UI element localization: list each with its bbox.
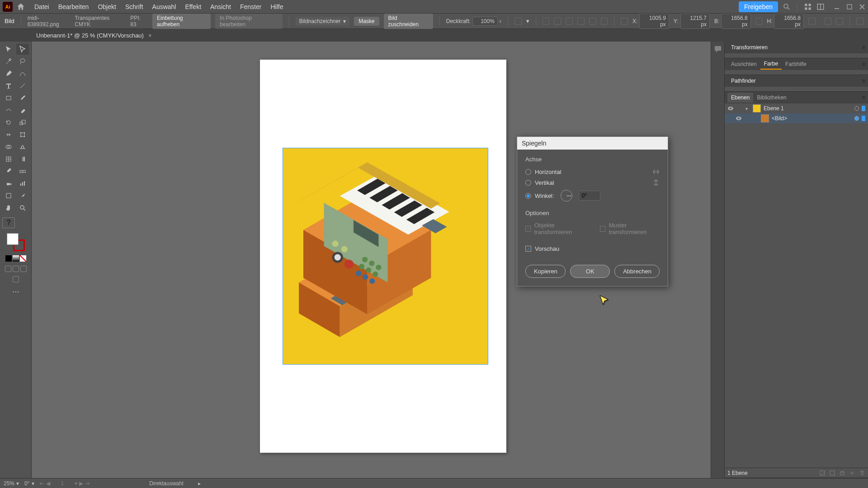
- panel-menu-icon[interactable]: ≡: [862, 94, 865, 101]
- screen-mode-full[interactable]: [13, 266, 19, 272]
- h-input[interactable]: 1656.8 px: [774, 14, 803, 29]
- align-bottom-icon[interactable]: [601, 18, 608, 25]
- placed-image[interactable]: [283, 148, 488, 365]
- w-input[interactable]: 1656.8 px: [721, 14, 750, 29]
- rectangle-tool[interactable]: [2, 93, 15, 103]
- shaper-tool[interactable]: [2, 105, 15, 116]
- paintbrush-tool[interactable]: [16, 93, 29, 103]
- workspace-grid-icon[interactable]: [804, 3, 812, 11]
- layer-name[interactable]: <Bild>: [772, 115, 787, 122]
- locate-object-icon[interactable]: [819, 470, 826, 476]
- lasso-tool[interactable]: [16, 56, 29, 67]
- panel-tab-guides[interactable]: Farbhilfe: [782, 59, 810, 69]
- search-icon[interactable]: [783, 3, 791, 11]
- hand-tool[interactable]: [2, 202, 15, 213]
- pen-tool[interactable]: [2, 68, 15, 79]
- gradient-tool[interactable]: [16, 154, 29, 164]
- edit-toolbar-icon[interactable]: ⋯: [2, 287, 29, 296]
- menu-bearbeiten[interactable]: Bearbeiten: [54, 3, 94, 10]
- new-sublayer-icon[interactable]: [839, 470, 845, 476]
- artboard-next-icon[interactable]: ▶: [79, 480, 83, 487]
- menu-effekt[interactable]: Effekt: [180, 3, 206, 10]
- panel-menu-icon[interactable]: [856, 18, 863, 25]
- artboard-first-icon[interactable]: ⇤: [40, 480, 44, 487]
- screen-mode-normal[interactable]: [5, 266, 11, 272]
- image-trace-select[interactable]: Bildnachzeichner▾: [296, 17, 349, 26]
- eyedropper-tool[interactable]: [2, 166, 15, 177]
- eraser-tool[interactable]: [16, 105, 29, 116]
- rotation-value[interactable]: 0°: [24, 480, 29, 487]
- minimize-icon[interactable]: [834, 4, 840, 10]
- menu-hilfe[interactable]: Hilfe: [266, 3, 288, 10]
- vertical-radio[interactable]: [525, 180, 531, 186]
- perspective-grid-tool[interactable]: [16, 141, 29, 152]
- artboard-prev-icon[interactable]: ◀: [46, 480, 50, 487]
- layer-row[interactable]: <Bild>: [725, 113, 868, 123]
- angle-input[interactable]: [579, 191, 600, 201]
- make-clipping-mask-icon[interactable]: [829, 470, 835, 476]
- align-vcenter-icon[interactable]: [589, 18, 596, 25]
- menu-fenster[interactable]: Fenster: [236, 3, 266, 10]
- width-tool[interactable]: [2, 129, 15, 140]
- y-input[interactable]: 1215.7 px: [680, 14, 710, 29]
- mesh-tool[interactable]: [2, 154, 15, 164]
- transform-grid-icon[interactable]: [621, 18, 628, 25]
- draw-mode-icon[interactable]: [13, 276, 19, 282]
- column-graph-tool[interactable]: [16, 178, 29, 189]
- cancel-button[interactable]: Abbrechen: [614, 265, 660, 278]
- preview-checkbox[interactable]: [525, 246, 531, 252]
- menu-auswahl[interactable]: Auswahl: [148, 3, 181, 10]
- artboard-last-icon[interactable]: ⇥: [85, 480, 90, 487]
- opacity-input[interactable]: 100%: [472, 17, 498, 26]
- shape-transform-icon[interactable]: [808, 18, 816, 25]
- new-layer-icon[interactable]: [849, 470, 855, 476]
- align-left-icon[interactable]: [542, 18, 550, 25]
- layer-name[interactable]: Ebene 1: [764, 105, 784, 112]
- ok-button[interactable]: OK: [570, 265, 610, 278]
- panel-menu-icon[interactable]: ≡: [862, 78, 865, 84]
- direct-selection-tool[interactable]: [16, 44, 29, 55]
- delete-icon[interactable]: [859, 470, 865, 476]
- target-icon[interactable]: [854, 106, 859, 111]
- share-button[interactable]: Freigeben: [739, 1, 778, 12]
- screen-mode-presentation[interactable]: [20, 266, 27, 272]
- artboard-tool[interactable]: [2, 190, 15, 201]
- horizontal-radio[interactable]: [525, 169, 531, 175]
- tab-close-icon[interactable]: ×: [148, 32, 152, 39]
- shape-builder-tool[interactable]: [2, 141, 15, 152]
- panel-tab-layers[interactable]: Ebenen: [727, 93, 753, 103]
- x-input[interactable]: 1005.9 px: [639, 14, 669, 29]
- setup-icon[interactable]: [825, 18, 832, 25]
- angle-dial[interactable]: [561, 190, 572, 202]
- panel-tab-transform[interactable]: Transformieren: [727, 42, 771, 52]
- canvas[interactable]: Spiegeln Achse Horizontal Vertikal: [32, 42, 711, 478]
- menu-datei[interactable]: Datei: [30, 3, 54, 10]
- selection-tool[interactable]: [2, 44, 15, 55]
- copy-button[interactable]: Kopieren: [525, 265, 566, 278]
- panel-menu-icon[interactable]: ≡: [862, 44, 865, 51]
- curvature-tool[interactable]: [16, 68, 29, 79]
- blend-tool[interactable]: [16, 166, 29, 177]
- panel-tab-libraries[interactable]: Bibliotheken: [753, 93, 790, 103]
- zoom-tool[interactable]: [16, 202, 29, 213]
- close-icon[interactable]: [859, 4, 865, 10]
- align-right-icon[interactable]: [566, 18, 573, 25]
- help-icon[interactable]: ?: [2, 217, 15, 228]
- color-mode-none[interactable]: [20, 255, 26, 262]
- color-mode-gradient[interactable]: [13, 255, 19, 262]
- menu-objekt[interactable]: Objekt: [93, 3, 120, 10]
- document-tab[interactable]: Unbenannt-1* @ 25 % (CMYK/Vorschau) ×: [32, 30, 156, 41]
- fill-stroke-swatch[interactable]: [7, 233, 25, 251]
- align-hcenter-icon[interactable]: [554, 18, 561, 25]
- unembed-button[interactable]: Einbettung aufheben: [152, 14, 211, 29]
- magic-wand-tool[interactable]: [2, 56, 15, 67]
- fill-swatch[interactable]: [7, 233, 19, 245]
- scale-tool[interactable]: [16, 117, 29, 128]
- menu-schrift[interactable]: Schrift: [121, 3, 148, 10]
- prefs-icon[interactable]: [836, 18, 843, 25]
- color-mode-solid[interactable]: [5, 255, 12, 262]
- menu-ansicht[interactable]: Ansicht: [206, 3, 236, 10]
- zoom-level[interactable]: 25%: [4, 480, 14, 487]
- disclosure-icon[interactable]: ▾: [745, 106, 750, 111]
- free-transform-tool[interactable]: [16, 129, 29, 140]
